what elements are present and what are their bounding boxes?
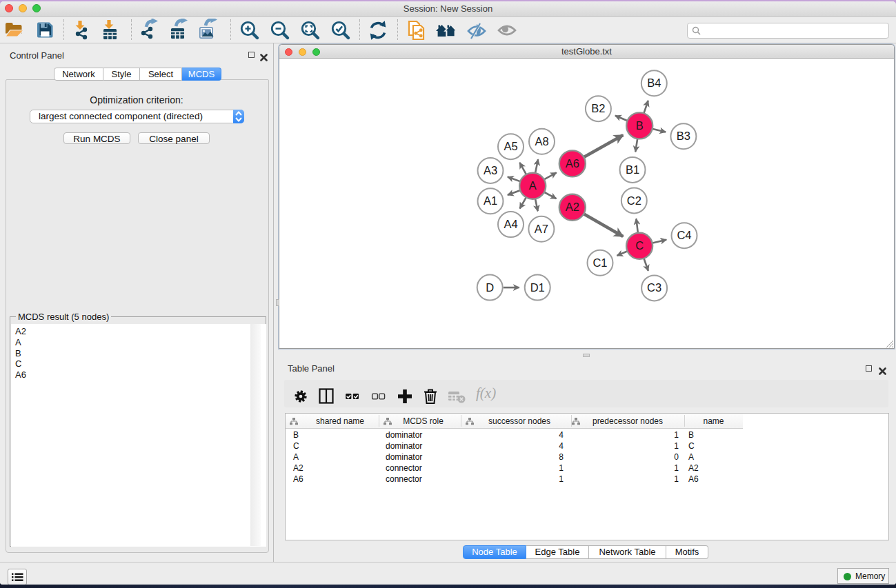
svg-text:A4: A4 <box>504 218 517 230</box>
svg-text:D1: D1 <box>530 281 545 294</box>
svg-text:B3: B3 <box>677 130 690 142</box>
svg-text:C2: C2 <box>627 194 641 207</box>
svg-text:A5: A5 <box>504 140 517 152</box>
svg-text:C: C <box>635 239 644 252</box>
svg-text:A: A <box>529 179 537 192</box>
svg-text:B: B <box>636 119 644 132</box>
svg-text:A3: A3 <box>484 164 497 176</box>
svg-text:B4: B4 <box>647 77 661 89</box>
svg-text:B2: B2 <box>591 102 605 114</box>
svg-text:A1: A1 <box>484 194 497 207</box>
svg-text:B1: B1 <box>626 163 639 176</box>
svg-text:A6: A6 <box>566 157 579 170</box>
svg-text:C4: C4 <box>677 229 691 241</box>
svg-text:C1: C1 <box>593 256 607 269</box>
svg-text:A8: A8 <box>535 135 548 148</box>
svg-text:C3: C3 <box>647 281 661 294</box>
svg-text:A2: A2 <box>566 201 579 213</box>
svg-text:D: D <box>486 281 494 294</box>
svg-text:A7: A7 <box>535 223 548 235</box>
